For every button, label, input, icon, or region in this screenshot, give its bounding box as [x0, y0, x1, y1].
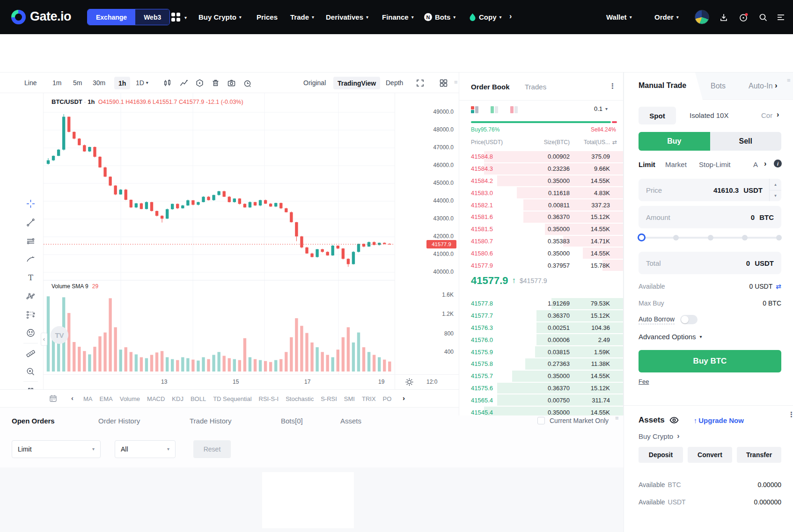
order-type-select[interactable]: Limit▾ — [12, 440, 101, 458]
interval-1m[interactable]: 1m — [52, 73, 61, 93]
bid-row[interactable]: 41575.7 0.35000 14.55K — [459, 370, 624, 382]
tab-bots[interactable]: Bots[0] — [281, 417, 303, 425]
tab-auto-invest[interactable]: Auto-In — [749, 82, 773, 90]
mode-depth[interactable]: Depth — [386, 73, 403, 93]
text-tool-icon[interactable]: T — [26, 273, 36, 283]
fullscreen-icon[interactable] — [416, 79, 425, 87]
drag-handle-icon[interactable]: ≡ — [787, 77, 791, 83]
reset-button[interactable]: Reset — [193, 440, 231, 458]
bid-row[interactable]: 41565.4 0.00750 311.74 — [459, 394, 624, 406]
indicator-chip[interactable]: SMI — [344, 395, 355, 402]
forecast-tool-icon[interactable] — [26, 310, 36, 320]
brush-tool-icon[interactable] — [26, 255, 36, 264]
bid-row[interactable]: 41575.9 0.03815 1.59K — [459, 346, 624, 358]
indicators-icon[interactable] — [179, 79, 188, 87]
deposit-button[interactable]: Deposit — [639, 447, 683, 463]
swap-unit-icon[interactable]: ⇄ — [610, 139, 619, 146]
xabcd-pattern-tool-icon[interactable] — [26, 292, 36, 301]
more-options-icon[interactable]: ⋮ — [788, 410, 793, 419]
step-down-icon[interactable]: ▾ — [770, 190, 781, 202]
nav-wallet[interactable]: Wallet▾ — [606, 0, 632, 34]
grid-layout-icon[interactable] — [439, 79, 448, 87]
drag-handle-icon[interactable]: ≡ — [615, 415, 619, 421]
scroll-left-chevron-icon[interactable]: ‹ — [71, 394, 73, 402]
tab-order-book[interactable]: Order Book — [471, 83, 510, 91]
ask-row[interactable]: 41584.2 0.35000 14.55K — [459, 175, 624, 187]
menu-lines-icon[interactable] — [776, 13, 786, 22]
indicator-chip[interactable]: KDJ — [172, 395, 184, 402]
bid-row[interactable]: 41576.3 0.00251 104.36 — [459, 322, 624, 334]
ask-row[interactable]: 41584.8 0.00902 375.09 — [459, 151, 624, 163]
bid-row[interactable]: 41577.7 0.36370 15.12K — [459, 310, 624, 322]
fee-link[interactable]: Fee — [639, 378, 649, 385]
bid-row[interactable]: 41577.8 1.91269 79.53K — [459, 298, 624, 310]
mode-sells-icon[interactable] — [510, 106, 518, 113]
help-center-icon[interactable] — [739, 13, 748, 22]
fib-lines-tool-icon[interactable] — [26, 236, 36, 246]
convert-button[interactable]: Convert — [688, 447, 732, 463]
ask-row[interactable]: 41583.0 0.11618 4.83K — [459, 187, 624, 199]
price-axis[interactable]: 49000.048000.047000.046000.045000.044000… — [395, 93, 459, 389]
tab-assets[interactable]: Assets — [340, 417, 361, 425]
auto-borrow-label[interactable]: Auto Borrow — [639, 315, 675, 324]
emoji-tool-icon[interactable] — [26, 328, 36, 338]
search-icon[interactable] — [758, 13, 768, 22]
markets-scroll-chevron-icon[interactable]: › — [777, 110, 779, 119]
indicator-chip[interactable]: BOLL — [191, 395, 206, 402]
type-market[interactable]: Market — [665, 160, 687, 168]
indicator-chip[interactable]: Stochastic — [286, 395, 314, 402]
chart-settings-icon[interactable] — [195, 79, 204, 87]
indicator-chip[interactable]: RSI-S-I — [259, 395, 279, 402]
tab-order-history[interactable]: Order History — [98, 417, 140, 425]
nav-order[interactable]: Order▾ — [654, 0, 679, 34]
nav-bots[interactable]: NBots▾ — [424, 0, 455, 34]
indicator-chip[interactable]: PO — [383, 395, 392, 402]
calendar-icon[interactable] — [49, 394, 57, 402]
slider-stop[interactable] — [742, 235, 748, 240]
tab-trades[interactable]: Trades — [525, 83, 546, 91]
user-avatar[interactable] — [695, 10, 709, 24]
upgrade-now-link[interactable]: Upgrade Now — [698, 416, 744, 424]
buy-btc-button[interactable]: Buy BTC — [639, 350, 781, 372]
advanced-options-row[interactable]: Advanced Options ▾ — [639, 333, 781, 341]
interval-1h-active[interactable]: 1h — [114, 77, 130, 89]
nav-prices[interactable]: Prices — [257, 0, 278, 34]
indicator-chip[interactable]: Volume — [120, 395, 140, 402]
total-field[interactable]: Total 0 USDT — [639, 252, 781, 274]
ask-row[interactable]: 41584.3 0.23236 9.66K — [459, 163, 624, 175]
nav-derivatives[interactable]: Derivatives▾ — [326, 0, 368, 34]
exchange-toggle-button[interactable]: Exchange — [88, 9, 135, 25]
bid-row[interactable]: 41545.4 0.35000 14.55K — [459, 406, 624, 415]
brand-name[interactable]: Gate.io — [30, 9, 71, 24]
buy-crypto-link[interactable]: Buy Crypto › — [639, 432, 680, 440]
auto-borrow-toggle[interactable] — [680, 315, 698, 324]
tab-manual-trade[interactable]: Manual Trade — [639, 81, 686, 90]
swap-transfer-icon[interactable]: ⇄ — [776, 283, 781, 290]
sell-toggle-button[interactable]: Sell — [710, 132, 782, 151]
mode-tradingview-active[interactable]: TradingView — [333, 77, 380, 89]
market-isolated[interactable]: Isolated 10X — [690, 111, 728, 119]
more-options-icon[interactable]: ⋮ — [609, 82, 616, 90]
scroll-right-chevron-icon[interactable]: › — [403, 394, 405, 402]
interval-1d-dropdown[interactable]: 1D ▾ — [136, 73, 148, 93]
bid-row[interactable]: 41575.8 0.27363 11.38K — [459, 358, 624, 370]
bid-row[interactable]: 41575.6 0.36370 15.12K — [459, 382, 624, 394]
slider-stop[interactable] — [708, 235, 713, 240]
interval-30m[interactable]: 30m — [93, 73, 105, 93]
eye-icon[interactable] — [669, 417, 679, 423]
theme-sun-icon[interactable] — [405, 378, 414, 386]
nav-copy[interactable]: Copy▾ — [469, 0, 502, 34]
drag-handle-icon[interactable]: ≡ — [454, 79, 458, 85]
chart-canvas[interactable] — [44, 93, 395, 374]
time-axis[interactable]: 1315171912:0 — [44, 374, 459, 389]
indicator-chip[interactable]: S-RSI — [321, 395, 337, 402]
market-spot-active[interactable]: Spot — [639, 107, 676, 124]
mode-buys-icon[interactable] — [491, 106, 499, 113]
price-field[interactable]: Price 41610.3 USDT ▴ ▾ — [639, 179, 781, 201]
tab-trade-history[interactable]: Trade History — [190, 417, 231, 425]
nav-trade[interactable]: Trade▾ — [290, 0, 314, 34]
indicator-chip[interactable]: TRIX — [362, 395, 376, 402]
ask-row[interactable]: 41580.7 0.35383 14.71K — [459, 235, 624, 248]
ask-row[interactable]: 41581.6 0.36370 15.12K — [459, 211, 624, 223]
interval-5m[interactable]: 5m — [73, 73, 82, 93]
